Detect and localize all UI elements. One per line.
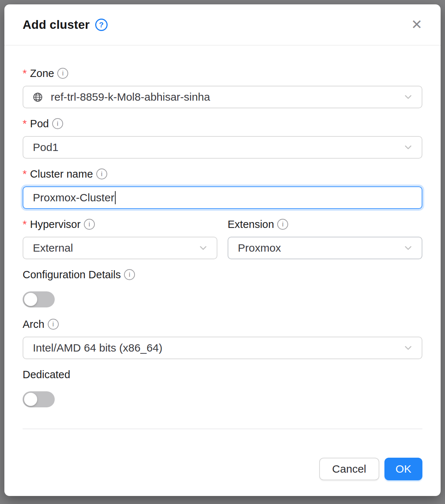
- zone-label-text: Zone: [30, 67, 54, 80]
- dedicated-label: Dedicated: [23, 369, 422, 380]
- arch-field: Arch i Intel/AMD 64 bits (x86_64): [23, 318, 422, 359]
- close-button[interactable]: ✕: [409, 16, 425, 34]
- configuration-details-label-text: Configuration Details: [23, 269, 121, 281]
- extension-label-text: Extension: [228, 218, 274, 230]
- toggle-knob: [24, 393, 37, 406]
- text-caret: [115, 191, 116, 204]
- zone-select[interactable]: ref-trl-8859-k-Mol8-abhisar-sinha: [23, 86, 422, 108]
- hypervisor-field: * Hypervisor i External: [23, 218, 217, 259]
- cluster-name-label: * Cluster name i: [23, 168, 422, 180]
- info-icon[interactable]: i: [57, 68, 68, 79]
- pod-label: * Pod i: [23, 118, 422, 129]
- required-marker: *: [23, 67, 27, 79]
- zone-value: ref-trl-8859-k-Mol8-abhisar-sinha: [51, 91, 403, 103]
- ok-button[interactable]: OK: [384, 458, 422, 480]
- required-marker: *: [23, 118, 27, 129]
- hypervisor-label-text: Hypervisor: [30, 218, 81, 230]
- modal-footer: Cancel OK: [23, 458, 422, 495]
- hypervisor-label: * Hypervisor i: [23, 218, 217, 230]
- dedicated-label-text: Dedicated: [23, 369, 70, 381]
- arch-label: Arch i: [23, 318, 422, 330]
- pod-field: * Pod i Pod1: [23, 118, 422, 159]
- configuration-details-field: Configuration Details i: [23, 269, 422, 307]
- toggle-knob: [24, 293, 37, 306]
- close-icon: ✕: [411, 17, 422, 32]
- hypervisor-select[interactable]: External: [23, 237, 217, 259]
- cluster-name-value: Proxmox-Cluster: [33, 191, 114, 204]
- arch-select[interactable]: Intel/AMD 64 bits (x86_64): [23, 337, 422, 359]
- required-marker: *: [23, 218, 27, 230]
- configuration-details-toggle[interactable]: [23, 291, 55, 307]
- extension-select[interactable]: Proxmox: [228, 237, 422, 259]
- info-icon[interactable]: i: [96, 168, 107, 179]
- zone-label: * Zone i: [23, 67, 422, 79]
- page-title: Add cluster: [23, 18, 90, 32]
- extension-label: Extension i: [228, 218, 422, 230]
- chevron-down-icon: [198, 243, 209, 253]
- arch-label-text: Arch: [23, 318, 44, 330]
- add-cluster-form: * Zone i ref-trl-8859-k-Mol8-abhisar-sin…: [4, 46, 441, 496]
- info-icon[interactable]: i: [124, 269, 135, 280]
- hypervisor-extension-row: * Hypervisor i External Extension i P: [23, 218, 422, 259]
- dedicated-toggle[interactable]: [23, 391, 55, 407]
- info-icon[interactable]: i: [277, 219, 288, 230]
- chevron-down-icon: [403, 342, 414, 353]
- help-icon[interactable]: ?: [95, 19, 108, 31]
- required-marker: *: [23, 168, 27, 180]
- info-icon[interactable]: i: [48, 319, 59, 330]
- cluster-name-label-text: Cluster name: [30, 168, 93, 180]
- extension-field: Extension i Proxmox: [228, 218, 422, 259]
- cancel-button[interactable]: Cancel: [319, 458, 379, 480]
- arch-value: Intel/AMD 64 bits (x86_64): [33, 342, 403, 354]
- pod-label-text: Pod: [30, 118, 49, 130]
- add-cluster-modal: Add cluster ? ✕ * Zone i ref-trl-8859-k: [4, 4, 441, 496]
- pod-value: Pod1: [33, 141, 403, 154]
- hypervisor-value: External: [33, 242, 198, 254]
- info-icon[interactable]: i: [52, 118, 63, 129]
- chevron-down-icon: [403, 142, 414, 153]
- dedicated-field: Dedicated: [23, 369, 422, 407]
- modal-header: Add cluster ? ✕: [4, 4, 441, 46]
- globe-icon: [33, 92, 43, 102]
- pod-select[interactable]: Pod1: [23, 136, 422, 159]
- chevron-down-icon: [403, 92, 414, 102]
- footer-divider: [23, 429, 422, 429]
- configuration-details-label: Configuration Details i: [23, 269, 422, 280]
- info-icon[interactable]: i: [84, 219, 95, 230]
- extension-value: Proxmox: [238, 242, 403, 254]
- zone-field: * Zone i ref-trl-8859-k-Mol8-abhisar-sin…: [23, 67, 422, 108]
- chevron-down-icon: [403, 243, 414, 253]
- cluster-name-field: * Cluster name i Proxmox-Cluster: [23, 168, 422, 209]
- cluster-name-input[interactable]: Proxmox-Cluster: [23, 186, 422, 209]
